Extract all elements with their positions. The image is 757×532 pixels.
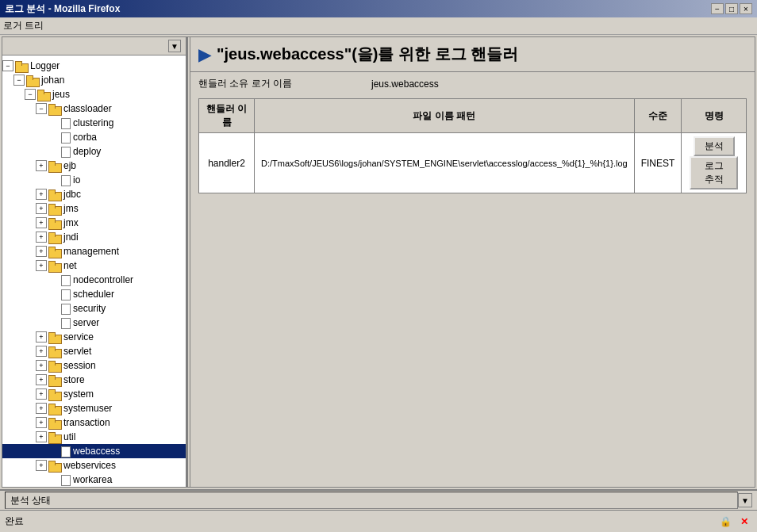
tree-item-util[interactable]: +util	[2, 430, 186, 444]
folder-icon-jmx	[48, 217, 61, 228]
tree-item-scheduler[interactable]: scheduler	[2, 287, 186, 301]
tree-label-jndi: jndi	[63, 232, 79, 243]
expand-btn-session[interactable]: +	[36, 360, 47, 371]
tree-item-io[interactable]: io	[2, 173, 186, 187]
tree-item-nodecontroller[interactable]: nodecontroller	[2, 273, 186, 287]
col-handler-name: 핸들러 이름	[199, 99, 255, 133]
handler-owner-label: 핸들러 소유 로거 이름	[198, 77, 292, 90]
expand-btn-jndi[interactable]: +	[36, 232, 47, 243]
title-arrow-icon: ▶	[198, 45, 210, 64]
expand-btn-johan[interactable]: −	[13, 75, 25, 86]
folder-icon-jms	[48, 203, 61, 214]
folder-icon-logger	[15, 60, 28, 71]
tree-item-service[interactable]: +service	[2, 330, 186, 344]
folder-icon-util	[48, 431, 61, 442]
bottom-status-text: 완료	[5, 515, 24, 528]
tree-label-nodecontroller: nodecontroller	[73, 274, 133, 285]
file-icon-clustering	[60, 117, 71, 128]
status-dropdown-button[interactable]: ▼	[738, 493, 752, 507]
expand-btn-classloader[interactable]: −	[36, 103, 47, 114]
folder-icon-jeus	[37, 89, 50, 100]
tree-item-system[interactable]: +system	[2, 387, 186, 401]
tree-item-store[interactable]: +store	[2, 373, 186, 387]
tree-label-deploy: deploy	[73, 146, 101, 157]
tree-label-net: net	[63, 260, 77, 271]
tree-label-jdbc: jdbc	[63, 189, 81, 200]
status-bar: 분석 상태 ▼	[0, 489, 757, 510]
file-icon-server	[60, 317, 71, 328]
expand-btn-jms[interactable]: +	[36, 203, 47, 214]
folder-icon-ejb	[48, 160, 61, 171]
content-title: "jeus.webaccess"(을)를 위한 로그 핸들러	[217, 44, 518, 65]
tree-item-deploy[interactable]: deploy	[2, 144, 186, 159]
col-commands: 명령	[682, 99, 747, 133]
tree-label-jmx: jmx	[63, 217, 79, 228]
expand-btn-util[interactable]: +	[36, 431, 47, 442]
tree-item-corba[interactable]: corba	[2, 130, 186, 144]
menu-logger-tree[interactable]: 로거 트리	[3, 20, 44, 31]
close-icon[interactable]: ✕	[736, 514, 752, 530]
folder-icon-jndi	[48, 232, 61, 243]
expand-btn-transaction[interactable]: +	[36, 417, 47, 428]
tree-item-servlet[interactable]: +servlet	[2, 344, 186, 358]
folder-icon-service	[48, 331, 61, 343]
tree-label-jms: jms	[63, 203, 79, 214]
tree-label-johan: johan	[41, 75, 64, 86]
expand-btn-management[interactable]: +	[36, 246, 47, 257]
action-btn-로그 추적[interactable]: 로그 추적	[690, 156, 738, 189]
tree-item-session[interactable]: +session	[2, 358, 186, 373]
tree-item-jmx[interactable]: +jmx	[2, 216, 186, 230]
handler-owner-value: jeus.webaccess	[371, 78, 439, 90]
tree-item-systemuser[interactable]: +systemuser	[2, 401, 186, 415]
file-icon-scheduler	[60, 289, 71, 300]
tree-item-management[interactable]: +management	[2, 244, 186, 258]
content-header: ▶ "jeus.webaccess"(을)를 위한 로그 핸들러	[190, 37, 755, 72]
folder-icon-servlet	[48, 346, 61, 357]
tree-item-net[interactable]: +net	[2, 258, 186, 273]
expand-btn-webservices[interactable]: +	[36, 460, 47, 471]
tree-item-ejb[interactable]: +ejb	[2, 159, 186, 173]
expand-btn-jeus[interactable]: −	[25, 89, 36, 100]
expand-btn-service[interactable]: +	[36, 331, 47, 343]
table-header-row: 핸들러 이름 파일 이름 패턴 수준 명령	[199, 99, 747, 133]
bottom-bar: 완료 🔒 ✕	[0, 510, 757, 532]
tree-item-webaccess[interactable]: webaccess	[2, 444, 186, 458]
folder-icon-system	[48, 388, 61, 400]
expand-btn-net[interactable]: +	[36, 260, 47, 271]
maximize-button[interactable]: □	[725, 3, 738, 14]
tree-item-security[interactable]: security	[2, 301, 186, 316]
tree-item-webservices[interactable]: +webservices	[2, 458, 186, 473]
close-button[interactable]: ×	[740, 3, 752, 14]
folder-icon-systemuser	[48, 403, 61, 414]
panel-scroll-button[interactable]: ▼	[168, 40, 181, 52]
right-panel: ▶ "jeus.webaccess"(을)를 위한 로그 핸들러 핸들러 소유 …	[190, 37, 755, 487]
expand-btn-ejb[interactable]: +	[36, 160, 47, 171]
tree-item-jndi[interactable]: +jndi	[2, 230, 186, 244]
expand-btn-store[interactable]: +	[36, 374, 47, 385]
tree-item-jdbc[interactable]: +jdbc	[2, 187, 186, 201]
file-icon-nodecontroller	[60, 274, 71, 285]
bottom-icons: 🔒 ✕	[717, 514, 752, 530]
tree-label-server: server	[73, 317, 99, 328]
expand-btn-jmx[interactable]: +	[36, 217, 47, 228]
tree-label-management: management	[63, 246, 119, 257]
tree-item-jms[interactable]: +jms	[2, 201, 186, 216]
minimize-button[interactable]: −	[711, 3, 724, 14]
tree-item-transaction[interactable]: +transaction	[2, 415, 186, 430]
expand-btn-jdbc[interactable]: +	[36, 189, 47, 200]
expand-btn-servlet[interactable]: +	[36, 346, 47, 357]
tree-item-clustering[interactable]: clustering	[2, 116, 186, 130]
tree-label-classloader: classloader	[63, 103, 112, 114]
tree-item-johan[interactable]: −johan	[2, 73, 186, 87]
expand-btn-systemuser[interactable]: +	[36, 403, 47, 414]
action-btn-분석[interactable]: 분석	[694, 136, 735, 156]
tree-item-server[interactable]: server	[2, 316, 186, 330]
tree-label-session: session	[63, 360, 96, 371]
tree-item-jeus[interactable]: −jeus	[2, 87, 186, 101]
tree-item-workarea[interactable]: workarea	[2, 473, 186, 487]
tree-item-classloader[interactable]: −classloader	[2, 101, 186, 116]
tree-item-logger[interactable]: −Logger	[2, 59, 186, 73]
tree-label-logger: Logger	[30, 60, 60, 71]
expand-btn-logger[interactable]: −	[2, 60, 13, 71]
expand-btn-system[interactable]: +	[36, 388, 47, 400]
